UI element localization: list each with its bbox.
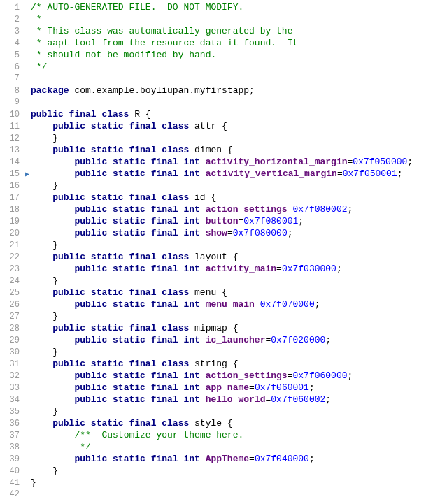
code-line[interactable]: 2 *: [0, 13, 433, 25]
code-line[interactable]: 41}: [0, 477, 433, 489]
code-line[interactable]: 18 public static final int action_settin…: [0, 203, 433, 215]
code-line[interactable]: 13 public static final class dimen {: [0, 144, 433, 156]
code-line[interactable]: 7: [0, 73, 433, 85]
token-punct: [31, 204, 74, 215]
code-line[interactable]: 26 public static final int menu_main=0x7…: [0, 298, 433, 310]
code-line[interactable]: 25 public static final class menu {: [0, 287, 433, 298]
code-content[interactable]: }: [31, 405, 433, 417]
code-line[interactable]: 35 }: [0, 405, 433, 417]
code-content[interactable]: }: [31, 346, 433, 358]
code-content[interactable]: }: [31, 465, 433, 477]
code-content[interactable]: public static final int menu_main=0x7f07…: [31, 298, 433, 310]
code-content[interactable]: /* AUTO-GENERATED FILE. DO NOT MODIFY.: [31, 1, 433, 13]
token-keyword: public static final class: [52, 192, 194, 203]
code-editor[interactable]: 1/* AUTO-GENERATED FILE. DO NOT MODIFY.2…: [0, 0, 433, 502]
code-line[interactable]: 29 public static final int ic_launcher=0…: [0, 334, 433, 346]
line-number: 12: [0, 133, 24, 145]
code-line[interactable]: 39 public static final int AppTheme=0x7f…: [0, 453, 433, 465]
code-content[interactable]: public static final int app_name=0x7f060…: [31, 382, 433, 394]
code-line[interactable]: 6 */: [0, 61, 433, 73]
code-content[interactable]: * This class was automatically generated…: [31, 25, 433, 37]
code-line[interactable]: 23 public static final int activity_main…: [0, 263, 433, 275]
code-line[interactable]: 24 }: [0, 275, 433, 287]
code-line[interactable]: 17 public static final class id {: [0, 192, 433, 203]
code-content[interactable]: public static final class menu {: [31, 287, 433, 298]
token-keyword: public static final int: [74, 382, 205, 393]
code-content[interactable]: /** Customize your theme here.: [31, 429, 433, 441]
code-line[interactable]: 1/* AUTO-GENERATED FILE. DO NOT MODIFY.: [0, 1, 433, 13]
code-content[interactable]: *: [31, 13, 433, 25]
code-content[interactable]: }: [31, 180, 433, 192]
token-punct: [31, 121, 52, 131]
code-line[interactable]: 37 /** Customize your theme here.: [0, 429, 433, 441]
code-content[interactable]: public static final int hello_world=0x7f…: [31, 394, 433, 405]
code-content[interactable]: public static final class dimen {: [31, 144, 433, 156]
code-line[interactable]: 38 */: [0, 441, 433, 453]
code-line[interactable]: 40 }: [0, 465, 433, 477]
token-number: 0x7f050000: [353, 157, 407, 167]
token-punct: {: [222, 287, 227, 298]
code-line[interactable]: 33 public static final int app_name=0x7f…: [0, 382, 433, 394]
code-content[interactable]: }: [31, 310, 433, 322]
code-line[interactable]: 20 public static final int show=0x7f0800…: [0, 227, 433, 239]
code-content[interactable]: public static final int show=0x7f080000;: [31, 227, 433, 239]
code-content[interactable]: }: [31, 132, 433, 144]
code-line[interactable]: 14 public static final int activity_hori…: [0, 156, 433, 168]
code-line[interactable]: 27 }: [0, 310, 433, 322]
token-field: action_settings: [206, 370, 288, 381]
code-line[interactable]: 16 }: [0, 180, 433, 192]
code-line[interactable]: 10public final class R {: [0, 108, 433, 120]
code-line[interactable]: 12 }: [0, 132, 433, 144]
code-content[interactable]: public static final class string {: [31, 358, 433, 370]
token-keyword: public static final class: [52, 287, 194, 298]
code-content[interactable]: public static final int action_settings=…: [31, 370, 433, 382]
token-punct: {: [233, 252, 239, 262]
code-line[interactable]: 32 public static final int action_settin…: [0, 370, 433, 382]
code-line[interactable]: 11 public static final class attr {: [0, 120, 433, 132]
token-number: 0x7f080001: [243, 216, 298, 226]
code-line[interactable]: 8package com.example.boyliupan.myfirstap…: [0, 85, 433, 96]
code-line[interactable]: 4 * aapt tool from the resource data it …: [0, 37, 433, 49]
code-line[interactable]: 28 public static final class mipmap {: [0, 322, 433, 334]
code-content[interactable]: public static final int AppTheme=0x7f040…: [31, 453, 433, 465]
token-punct: [31, 454, 74, 464]
code-content[interactable]: public static final class style {: [31, 417, 433, 429]
code-content[interactable]: * aapt tool from the resource data it fo…: [31, 37, 433, 49]
code-content[interactable]: }: [31, 275, 433, 287]
code-content[interactable]: public static final int activity_horizon…: [31, 156, 433, 168]
code-content[interactable]: * should not be modified by hand.: [31, 49, 433, 61]
code-line[interactable]: 31 public static final class string {: [0, 358, 433, 370]
code-line[interactable]: 36 public static final class style {: [0, 417, 433, 429]
code-content[interactable]: public static final int action_settings=…: [31, 203, 433, 215]
code-line[interactable]: 34 public static final int hello_world=0…: [0, 394, 433, 405]
code-line[interactable]: 3 * This class was automatically generat…: [0, 25, 433, 37]
token-field: app_name: [206, 382, 249, 393]
code-content[interactable]: public static final class attr {: [31, 120, 433, 132]
code-line[interactable]: 42: [0, 489, 433, 501]
code-content[interactable]: package com.example.boyliupan.myfirstapp…: [31, 85, 433, 96]
code-content[interactable]: public final class R {: [31, 108, 433, 120]
code-line[interactable]: 5 * should not be modified by hand.: [0, 49, 433, 61]
code-content[interactable]: public static final int activity_vertica…: [31, 168, 433, 180]
line-number: 40: [0, 466, 24, 477]
code-line[interactable]: 19 public static final int button=0x7f08…: [0, 215, 433, 227]
token-punct: [31, 168, 74, 179]
code-content[interactable]: public static final class id {: [31, 192, 433, 203]
code-content[interactable]: public static final class mipmap {: [31, 322, 433, 334]
code-content[interactable]: */: [31, 441, 433, 453]
code-content[interactable]: }: [31, 477, 433, 489]
code-content[interactable]: public static final int ic_launcher=0x7f…: [31, 334, 433, 346]
code-line[interactable]: 22 public static final class layout {: [0, 251, 433, 263]
code-content[interactable]: */: [31, 61, 433, 73]
code-content[interactable]: public static final int button=0x7f08000…: [31, 215, 433, 227]
code-content[interactable]: }: [31, 239, 433, 251]
code-content[interactable]: public static final int activity_main=0x…: [31, 263, 433, 275]
token-keyword: public static final class: [52, 121, 194, 131]
token-punct: }: [31, 240, 58, 250]
code-line[interactable]: 30 }: [0, 346, 433, 358]
code-line[interactable]: 15▶ public static final int activity_ver…: [0, 168, 433, 180]
code-line[interactable]: 21 }: [0, 239, 433, 251]
code-line[interactable]: 9: [0, 96, 433, 108]
code-content[interactable]: public static final class layout {: [31, 251, 433, 263]
token-punct: }: [31, 311, 58, 322]
